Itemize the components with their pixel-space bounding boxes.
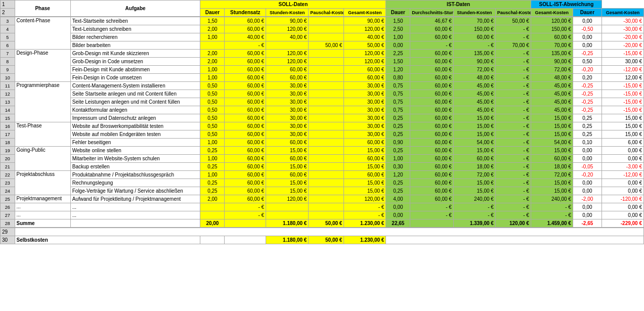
aufgabe-cell [70,219,200,228]
soll-stundensatz: 60,00 € [225,147,266,155]
selbst-e: 1.180,00 € [266,236,309,244]
ist-gesamt-kosten: 135,00 € [531,50,573,58]
row-num-2: 2 [1,9,15,17]
selbst-label: Selbstkosten [15,236,200,244]
ist-stunden-kosten: 15,00 € [453,114,495,122]
ist-pauschal-kosten: - € [495,122,531,130]
ist-gesamt-kosten: - € [531,203,573,211]
col-j-header: Stunden-Kosten [453,9,495,17]
ist-gesamt-kosten: 150,00 € [531,25,573,33]
soll-header: SOLL-Daten [200,1,386,9]
soll-dauer: 2,00 [200,58,225,66]
table-row: 4Text-Leistungen schreiben2,0060,00 €120… [1,25,644,33]
soll-pauschal-kosten [309,58,344,66]
ist-pauschal-kosten: - € [495,58,531,66]
aufgabe-cell: Kontaktformular anlegen [70,106,200,114]
ist-stundensatz: 60,00 € [410,33,454,41]
ist-gesamt-kosten: 48,00 € [531,74,573,82]
soll-pauschal-kosten: 50,00 € [309,219,344,228]
soll-dauer: 0,25 [200,147,225,155]
soll-stundensatz: 60,00 € [225,114,266,122]
table-row: 14Kontaktformular anlegen0,5060,00 €30,0… [1,106,644,114]
ist-stunden-kosten: 240,00 € [453,195,495,203]
ist-stunden-kosten: 48,00 € [453,74,495,82]
ist-stundensatz: - € [410,203,454,211]
row-number: 15 [1,114,15,122]
aufgabe-cell: Produktabnahme / Projektabschlussgespräc… [70,171,200,179]
row-number: 23 [1,179,15,187]
row-number: 27 [1,211,15,219]
abw-dauer: 0,00 [573,203,602,211]
ist-dauer: 1,50 [386,17,410,25]
soll-stundensatz: 60,00 € [225,17,266,25]
row-number: 10 [1,74,15,82]
soll-stundensatz: 60,00 € [225,98,266,106]
soll-stunden-kosten: 60,00 € [266,74,309,82]
ist-pauschal-kosten: - € [495,163,531,171]
ist-stunden-kosten: 72,00 € [453,171,495,179]
ist-dauer: 0,75 [386,106,410,114]
ist-gesamt-kosten: 15,00 € [531,147,573,155]
soll-stunden-kosten: 90,00 € [266,17,309,25]
abw-dauer: 0,00 [573,155,602,163]
soll-gesamt-kosten: 30,00 € [344,122,386,130]
soll-dauer: 0,25 [200,163,225,171]
soll-dauer: 0,50 [200,122,225,130]
ist-stunden-kosten: 90,00 € [453,58,495,66]
abw-gesamt-kosten: 0,00 € [602,187,643,195]
soll-stunden-kosten: 15,00 € [266,163,309,171]
table-row: 5Bilder recherchieren1,0040,00 €40,00 €4… [1,33,644,41]
col-c-header: Dauer [200,9,225,17]
col-m-header: Dauer [573,9,602,17]
soll-stundensatz: - € [225,203,266,211]
ist-stunden-kosten: 150,00 € [453,25,495,33]
phase-cell: Going-Public [15,147,70,171]
ist-dauer: 0,00 [386,203,410,211]
col-b-header: Aufgabe [70,1,200,17]
abw-gesamt-kosten: -20,00 € [602,33,643,41]
ist-pauschal-kosten: - € [495,25,531,33]
abw-dauer: -0,20 [573,171,602,179]
ist-stunden-kosten: 45,00 € [453,90,495,98]
abw-gesamt-kosten: 0,00 € [602,179,643,187]
ist-stundensatz: 60,00 € [410,155,454,163]
soll-dauer: 0,50 [200,130,225,139]
ist-pauschal-kosten: - € [495,114,531,122]
soll-pauschal-kosten [309,211,344,219]
soll-stunden-kosten: 30,00 € [266,98,309,106]
ist-dauer: 0,25 [386,114,410,122]
aufgabe-cell: Backup erstellen [70,163,200,171]
soll-pauschal-kosten [309,50,344,58]
ist-pauschal-kosten: - € [495,66,531,74]
soll-stundensatz: 60,00 € [225,66,266,74]
ist-gesamt-kosten: 15,00 € [531,187,573,195]
soll-pauschal-kosten [309,203,344,211]
ist-stunden-kosten: - € [453,203,495,211]
soll-stunden-kosten: 30,00 € [266,82,309,90]
soll-dauer [200,41,225,50]
ist-stundensatz [410,219,454,228]
soll-stunden-kosten: 60,00 € [266,66,309,74]
aufgabe-cell: Fein-Design in Code umsetzen [70,74,200,82]
row-number: 28 [1,219,15,228]
aufgabe-cell: Grob-Design mit Kunde skizzieren [70,50,200,58]
ist-pauschal-kosten: - € [495,130,531,139]
row-number: 25 [1,195,15,203]
row-num: 1 [1,1,15,9]
soll-stundensatz: 60,00 € [225,25,266,33]
table-row: 28Summe20,001.180,00 €50,00 €1.230,00 €2… [1,219,644,228]
row-number: 13 [1,98,15,106]
row-number: 6 [1,41,15,50]
phase-cell: Summe [15,219,70,228]
abw-gesamt-kosten: -15,00 € [602,90,643,98]
soll-stundensatz [225,219,266,228]
ist-dauer: 0,75 [386,82,410,90]
abw-gesamt-kosten: -15,00 € [602,50,643,58]
ist-stundensatz: 60,00 € [410,98,454,106]
col-g-header: Gesamt-Kosten [344,9,386,17]
table-row: 15Impressum und Datenschutz anlegen0,506… [1,114,644,122]
col-h-header: Dauer [386,9,410,17]
abw-dauer: -2,65 [573,219,602,228]
soll-stundensatz: 60,00 € [225,195,266,203]
soll-gesamt-kosten: 120,00 € [344,50,386,58]
